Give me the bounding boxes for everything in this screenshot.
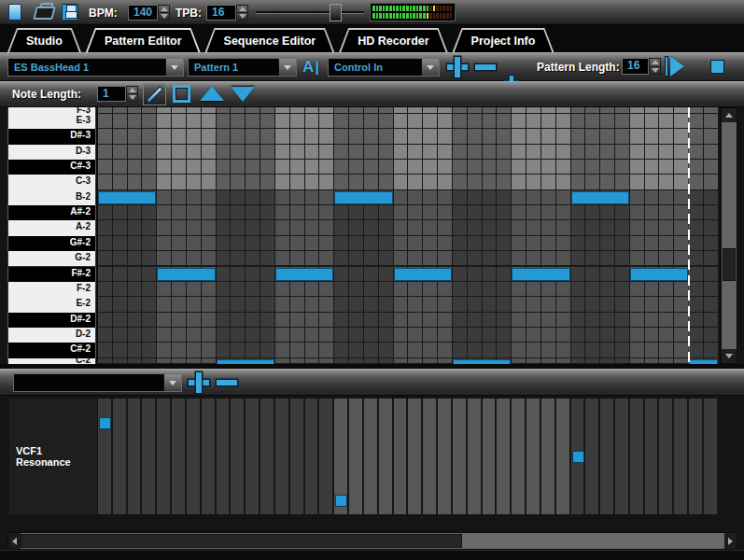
grid-cell[interactable] xyxy=(600,313,615,328)
grid-cell[interactable] xyxy=(246,220,260,235)
grid-cell[interactable] xyxy=(468,236,483,251)
grid-cell[interactable] xyxy=(483,160,498,175)
grid-cell[interactable] xyxy=(319,129,334,144)
grid-cell[interactable] xyxy=(541,107,556,114)
grid-cell[interactable] xyxy=(600,328,615,343)
grid-cell[interactable] xyxy=(585,267,600,282)
stop-button[interactable] xyxy=(710,60,724,74)
tab-studio[interactable]: Studio xyxy=(7,28,81,52)
grid-cell[interactable] xyxy=(468,251,483,266)
grid-cell[interactable] xyxy=(704,190,719,205)
grid-cell[interactable] xyxy=(172,297,187,312)
grid-cell[interactable] xyxy=(571,328,586,343)
grid-cell[interactable] xyxy=(275,251,290,266)
grid-cell[interactable] xyxy=(172,313,187,328)
grid-cell[interactable] xyxy=(704,160,719,175)
grid-cell[interactable] xyxy=(526,236,541,251)
automation-cell[interactable] xyxy=(556,399,569,514)
grid-cell[interactable] xyxy=(526,297,541,312)
grid-cell[interactable] xyxy=(217,145,232,160)
grid-cell[interactable] xyxy=(334,220,349,235)
grid-cell[interactable] xyxy=(674,251,689,266)
grid-cell[interactable] xyxy=(438,343,453,357)
automation-cell[interactable] xyxy=(349,399,362,514)
automation-cell[interactable] xyxy=(689,399,702,514)
grid-cell[interactable] xyxy=(305,129,320,144)
grid-cell[interactable] xyxy=(275,343,290,357)
grid-cell[interactable] xyxy=(394,175,409,189)
pattern-length-input[interactable]: 16 xyxy=(622,58,649,75)
grid-cell[interactable] xyxy=(157,313,172,328)
piano-key-d-3[interactable]: D-3 xyxy=(7,145,96,161)
automation-cell[interactable] xyxy=(453,399,466,514)
automation-cell[interactable] xyxy=(246,399,259,514)
grid-cell[interactable] xyxy=(349,175,364,189)
grid-cell[interactable] xyxy=(142,343,157,357)
tab-pattern-editor[interactable]: Pattern Editor xyxy=(86,28,201,52)
grid-cell[interactable] xyxy=(379,313,394,328)
grid-cell[interactable] xyxy=(483,267,498,282)
grid-cell[interactable] xyxy=(202,107,217,114)
grid-cell[interactable] xyxy=(305,343,320,357)
octave-down-button[interactable] xyxy=(231,87,255,102)
grid-cell[interactable] xyxy=(659,313,674,328)
pattern-select[interactable]: Pattern 1 xyxy=(188,58,297,77)
grid-cell[interactable] xyxy=(246,313,260,328)
grid-cell[interactable] xyxy=(600,160,615,175)
grid-cell[interactable] xyxy=(453,328,468,343)
grid-cell[interactable] xyxy=(704,313,719,328)
grid-cell[interactable] xyxy=(364,236,379,251)
grid-cell[interactable] xyxy=(423,297,438,312)
grid-cell[interactable] xyxy=(379,175,394,189)
grid-cell[interactable] xyxy=(571,343,586,357)
grid-cell[interactable] xyxy=(113,160,128,175)
grid-cell[interactable] xyxy=(319,282,334,297)
grid-cell[interactable] xyxy=(674,205,689,220)
grid-cell[interactable] xyxy=(704,328,719,343)
grid-cell[interactable] xyxy=(246,251,260,266)
grid-cell[interactable] xyxy=(319,160,334,175)
grid-cell[interactable] xyxy=(483,297,498,312)
grid-cell[interactable] xyxy=(319,190,334,205)
grid-cell[interactable] xyxy=(615,160,630,175)
bpm-value-input[interactable]: 140 xyxy=(128,5,158,21)
grid-cell[interactable] xyxy=(704,236,719,251)
grid-cell[interactable] xyxy=(704,205,719,220)
scroll-left-button[interactable] xyxy=(8,533,21,549)
grid-cell[interactable] xyxy=(585,282,600,297)
grid-cell[interactable] xyxy=(689,114,704,129)
grid-cell[interactable] xyxy=(290,220,305,235)
grid-cell[interactable] xyxy=(438,205,453,220)
grid-cell[interactable] xyxy=(704,145,719,160)
grid-cell[interactable] xyxy=(305,220,320,235)
grid-cell[interactable] xyxy=(468,129,483,144)
piano-key-b-2[interactable]: B-2 xyxy=(7,190,96,206)
grid-cell[interactable] xyxy=(674,313,689,328)
grid-cell[interactable] xyxy=(349,297,364,312)
grid-cell[interactable] xyxy=(630,160,645,175)
grid-cell[interactable] xyxy=(600,220,615,235)
grid-cell[interactable] xyxy=(689,343,704,357)
grid-cell[interactable] xyxy=(142,267,157,282)
grid-cell[interactable] xyxy=(585,129,600,144)
grid-cell[interactable] xyxy=(556,190,571,205)
grid-cell[interactable] xyxy=(305,328,320,343)
grid-cell[interactable] xyxy=(246,190,260,205)
grid-cell[interactable] xyxy=(541,343,556,357)
grid-cell[interactable] xyxy=(260,220,275,235)
grid-cell[interactable] xyxy=(379,236,394,251)
automation-cell[interactable] xyxy=(305,399,318,514)
grid-cell[interactable] xyxy=(674,107,689,114)
grid-cell[interactable] xyxy=(260,160,275,175)
grid-cell[interactable] xyxy=(512,220,526,235)
grid-cell[interactable] xyxy=(659,343,674,357)
grid-cell[interactable] xyxy=(187,251,202,266)
note-f-2[interactable] xyxy=(157,268,215,281)
grid-cell[interactable] xyxy=(556,107,571,114)
grid-cell[interactable] xyxy=(275,129,290,144)
grid-cell[interactable] xyxy=(275,328,290,343)
grid-cell[interactable] xyxy=(408,220,423,235)
grid-cell[interactable] xyxy=(689,236,704,251)
grid-cell[interactable] xyxy=(246,343,260,357)
grid-cell[interactable] xyxy=(541,297,556,312)
